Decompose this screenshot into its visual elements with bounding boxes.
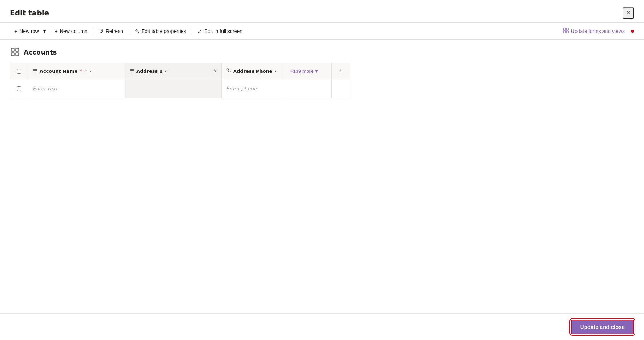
table-header: Accounts — [10, 47, 634, 57]
address-phone-input-placeholder: Enter phone — [226, 86, 257, 91]
row-checkbox[interactable] — [17, 86, 21, 91]
refresh-button[interactable]: ↺ Refresh — [95, 26, 128, 36]
svg-rect-11 — [130, 69, 134, 70]
modal-title: Edit table — [10, 9, 49, 17]
svg-rect-7 — [16, 53, 19, 56]
more-columns-button[interactable]: +139 more ▾ — [288, 67, 321, 75]
footer: Update and close — [0, 313, 644, 340]
toolbar: + New row ▾ + New column ↺ Refresh ✎ Edi… — [0, 23, 644, 40]
account-name-input-placeholder: Enter text — [33, 86, 58, 91]
table-row: Enter text Enter phone — [10, 79, 350, 98]
col-address1-header[interactable]: Address 1 ▾ ✎ — [125, 63, 221, 79]
update-forms-button[interactable]: Update forms and views — [559, 25, 629, 37]
sort-asc-icon[interactable]: ↑ — [84, 69, 87, 74]
col-selector-header — [10, 63, 28, 79]
col-account-name-dropdown[interactable]: ▾ — [90, 69, 91, 73]
col-add-header[interactable]: + — [332, 63, 350, 79]
text-field-icon — [33, 68, 38, 74]
select-all-checkbox[interactable] — [17, 69, 21, 74]
more-columns-chevron: ▾ — [315, 69, 318, 74]
required-indicator: * — [80, 69, 82, 74]
plus-icon: + — [14, 28, 17, 34]
col-address1-edit-icon[interactable]: ✎ — [213, 69, 217, 74]
toolbar-left: + New row ▾ + New column ↺ Refresh ✎ Edi… — [10, 26, 247, 36]
svg-rect-5 — [16, 48, 19, 51]
edit-fullscreen-button[interactable]: ⤢ Edit in full screen — [193, 26, 247, 36]
more-cols-cell — [283, 79, 332, 98]
refresh-icon: ↺ — [99, 28, 104, 34]
add-column-button[interactable]: + — [332, 63, 350, 79]
pencil-icon: ✎ — [135, 28, 139, 34]
plus-icon-2: + — [55, 28, 58, 34]
account-name-cell[interactable]: Enter text — [28, 79, 125, 98]
col-address-phone-label: Address Phone — [233, 69, 273, 74]
table-title: Accounts — [24, 48, 57, 56]
col-address1-label: Address 1 — [136, 69, 163, 74]
refresh-label: Refresh — [106, 28, 123, 34]
col-account-name-label: Account Name — [40, 69, 78, 74]
add-col-cell — [332, 79, 350, 98]
data-table: Account Name * ↑ ▾ — [10, 63, 350, 98]
toolbar-divider-1 — [49, 28, 49, 35]
new-column-button[interactable]: + New column — [51, 26, 92, 36]
svg-rect-8 — [33, 69, 37, 70]
notification-dot — [631, 30, 634, 33]
account-name-placeholder[interactable]: Enter text — [28, 83, 125, 94]
address1-placeholder — [125, 83, 221, 94]
svg-rect-12 — [130, 70, 134, 71]
chevron-down-icon: ▾ — [43, 28, 46, 34]
update-forms-icon — [563, 28, 569, 34]
col-address1-dropdown[interactable]: ▾ — [165, 69, 167, 73]
address-phone-cell[interactable]: Enter phone — [221, 79, 283, 98]
toolbar-divider-4 — [192, 28, 192, 35]
close-icon: ✕ — [626, 9, 631, 17]
address-phone-placeholder: Enter phone — [222, 83, 283, 94]
close-button[interactable]: ✕ — [623, 7, 634, 19]
row-selector-cell — [10, 79, 28, 98]
new-row-dropdown[interactable]: ▾ — [43, 26, 47, 36]
address-field-icon — [129, 68, 134, 74]
svg-rect-6 — [11, 53, 14, 56]
phone-field-icon — [226, 68, 231, 74]
edit-fullscreen-label: Edit in full screen — [204, 28, 242, 34]
edit-table-properties-label: Edit table properties — [141, 28, 186, 34]
col-account-name-header[interactable]: Account Name * ↑ ▾ — [28, 63, 125, 79]
svg-rect-3 — [566, 31, 568, 33]
svg-rect-4 — [11, 48, 14, 51]
add-column-icon: + — [339, 67, 343, 75]
new-column-label: New column — [60, 28, 87, 34]
toolbar-divider-2 — [93, 28, 93, 35]
more-columns-label: +139 more — [290, 69, 314, 74]
toolbar-divider-3 — [129, 28, 129, 35]
svg-rect-13 — [130, 72, 133, 72]
col-more-header[interactable]: +139 more ▾ — [283, 63, 332, 79]
svg-rect-1 — [566, 28, 568, 30]
update-close-label: Update and close — [580, 324, 625, 330]
col-address-phone-dropdown[interactable]: ▾ — [275, 69, 277, 73]
toolbar-right: Update forms and views — [559, 25, 634, 37]
update-forms-label: Update forms and views — [571, 28, 625, 34]
svg-rect-9 — [33, 70, 37, 71]
title-bar: Edit table ✕ — [0, 0, 644, 23]
svg-rect-10 — [33, 72, 36, 72]
expand-icon: ⤢ — [198, 28, 202, 34]
edit-table-modal: Edit table ✕ + New row ▾ + New column ↺ … — [0, 0, 644, 340]
new-row-label: New row — [19, 28, 39, 34]
col-address-phone-header[interactable]: Address Phone ▾ — [221, 63, 283, 79]
content-area: Accounts — [0, 40, 644, 313]
edit-table-properties-button[interactable]: ✎ Edit table properties — [131, 26, 191, 36]
new-row-button[interactable]: + New row — [10, 26, 43, 36]
table-grid-icon — [10, 47, 20, 57]
svg-rect-2 — [563, 31, 566, 33]
update-close-button[interactable]: Update and close — [571, 320, 634, 334]
svg-rect-0 — [563, 28, 566, 30]
address1-cell[interactable] — [125, 79, 221, 98]
